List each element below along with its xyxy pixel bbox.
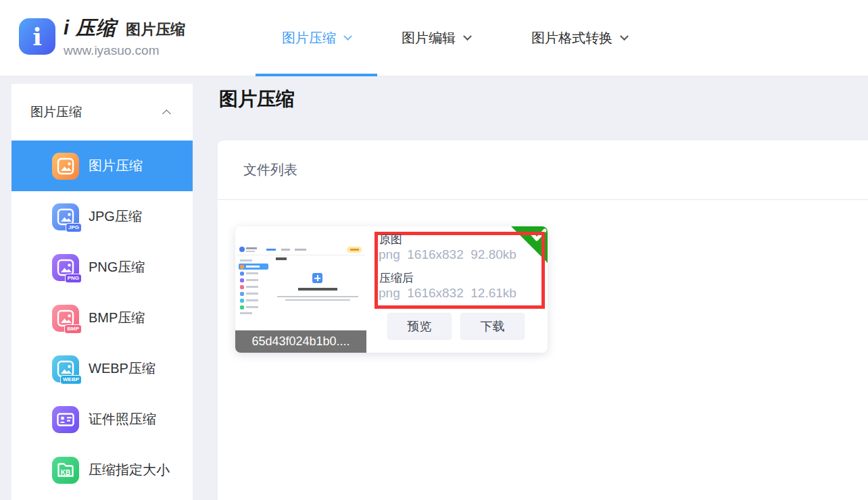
chevron-up-icon [162,109,171,118]
file-card: 65d43f024b1b0.... 原图 png 1616x832 92.80k… [235,226,548,353]
sidebar: 图片压缩 图片压缩 JPG JPG压缩 [11,84,193,500]
jpg-badge: JPG [66,223,82,232]
sidebar-item-jpg-compress[interactable]: JPG JPG压缩 [11,191,193,242]
sidebar-item-label: JPG压缩 [89,207,142,226]
sidebar-item-bmp-compress[interactable]: BMP BMP压缩 [11,293,193,343]
sidebar-item-image-compress[interactable]: 图片压缩 [11,141,193,191]
nav-item-label: 图片格式转换 [531,29,612,47]
bmp-compress-icon: BMP [52,305,79,332]
sidebar-item-id-photo-compress[interactable]: 证件照压缩 [11,394,193,445]
sidebar-group-title: 图片压缩 [30,103,82,121]
chevron-down-icon [343,32,352,41]
sidebar-item-compress-to-size[interactable]: KB 压缩指定大小 [11,445,193,495]
sidebar-item-label: WEBP压缩 [89,359,155,378]
compressed-label: 压缩后 [379,270,414,286]
sidebar-item-png-compress[interactable]: PNG PNG压缩 [11,242,193,293]
panel-header: 文件列表 [218,141,868,200]
top-header: i i 压缩 图片压缩 www.iyasuo.com 图片压缩 图片编辑 图片格… [0,0,868,76]
webp-compress-icon: WEBP [52,355,79,382]
compressed-info: png 1616x832 12.61kb [379,286,516,301]
bmp-badge: BMP [64,324,82,334]
top-nav: 图片压缩 图片编辑 图片格式转换 [256,0,634,76]
panel-title: 文件列表 [243,161,297,179]
preview-button[interactable]: 预览 [387,313,452,340]
active-tab-underline [256,74,377,76]
id-photo-icon [52,406,79,433]
webp-badge: WEBP [60,375,82,384]
nav-item-label: 图片压缩 [282,29,336,47]
nav-item-image-compress[interactable]: 图片压缩 [256,0,377,76]
file-name: 65d43f024b1b0.... [235,330,366,353]
file-list-panel: 文件列表 [218,141,868,500]
chevron-down-icon [463,32,472,41]
file-thumbnail[interactable]: 65d43f024b1b0.... [235,226,366,353]
brand-tagline: 图片压缩 [126,20,185,40]
nav-item-format-convert[interactable]: 图片格式转换 [525,0,634,76]
logo-icon: i [19,18,55,55]
brand-url: www.iyasuo.com [64,43,185,58]
site-logo[interactable]: i i 压缩 图片压缩 www.iyasuo.com [19,15,185,58]
kb-size-icon: KB [52,457,79,484]
thumbnail-mini-screenshot [237,244,365,311]
download-button[interactable]: 下载 [460,313,525,340]
sidebar-item-label: BMP压缩 [89,309,145,327]
page-title: 图片压缩 [219,86,295,112]
nav-item-label: 图片编辑 [402,29,456,47]
png-compress-icon: PNG [52,254,79,281]
chevron-down-icon [620,32,629,41]
brand-name: i 压缩 [64,15,116,42]
svg-text:KB: KB [61,468,70,476]
sidebar-item-label: 压缩指定大小 [89,461,170,479]
original-info: png 1616x832 92.80kb [379,247,516,262]
sidebar-group-image-compress[interactable]: 图片压缩 [11,84,193,141]
sidebar-item-label: PNG压缩 [89,258,145,276]
nav-item-image-edit[interactable]: 图片编辑 [395,0,477,76]
sidebar-item-label: 证件照压缩 [89,410,156,428]
sidebar-item-webp-compress[interactable]: WEBP WEBP压缩 [11,343,193,394]
sidebar-item-label: 图片压缩 [89,157,143,175]
image-compress-icon [52,153,79,180]
original-label: 原图 [379,232,402,247]
png-badge: PNG [65,274,82,283]
jpg-compress-icon: JPG [52,203,79,230]
